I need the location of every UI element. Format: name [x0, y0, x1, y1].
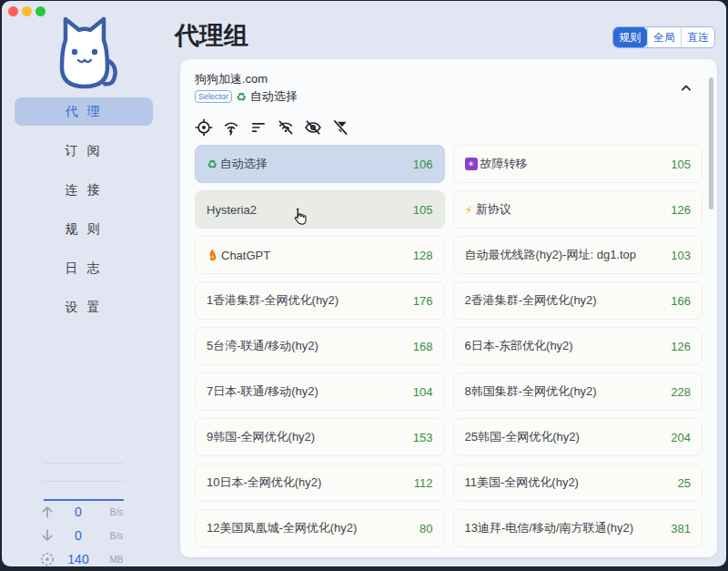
proxy-node[interactable]: 5台湾-联通/移动(hy2) 168: [195, 327, 445, 365]
proxy-node-name: 9韩国-全网优化(hy2): [207, 429, 410, 445]
sidebar-item-0[interactable]: 代 理: [15, 97, 153, 126]
proxy-node-name: ⚡新协议: [465, 201, 668, 218]
sidebar-item-label: 日 志: [66, 260, 103, 277]
mode-button[interactable]: 直连: [681, 27, 714, 47]
mode-button[interactable]: 全局: [647, 27, 681, 47]
proxy-node[interactable]: 13迪拜-电信/移动/南方联通(hy2) 381: [453, 509, 703, 547]
proxy-node-latency: 126: [671, 203, 691, 217]
sidebar-item-label: 设 置: [66, 300, 103, 316]
proxy-node[interactable]: 9韩国-全网优化(hy2) 153: [195, 418, 445, 456]
mode-label: 全局: [653, 30, 675, 46]
sidebar-item-5[interactable]: 设 置: [15, 293, 153, 321]
proxy-node-latency: 103: [671, 249, 691, 262]
proxy-node[interactable]: ♻自动选择 106: [195, 145, 445, 183]
failover-badge-icon: ✶: [465, 158, 478, 170]
sidebar-item-2[interactable]: 连 接: [15, 176, 153, 204]
proxy-node-latency: 128: [413, 249, 433, 262]
proxy-node-name: 25韩国-全网优化(hy2): [465, 429, 668, 445]
proxy-node-name: 5台湾-联通/移动(hy2): [207, 338, 410, 354]
stat-row: 140 MB: [38, 547, 138, 566]
selector-type-badge: Selector: [195, 90, 232, 103]
scrollbar-thumb[interactable]: [709, 77, 713, 209]
cat-logo-icon: [52, 12, 117, 94]
current-selected-node: 自动选择: [250, 88, 298, 105]
wifi-off-icon: [277, 118, 295, 137]
proxy-node[interactable]: ChatGPT 128: [195, 236, 445, 274]
sidebar-item-1[interactable]: 订 阅: [15, 137, 153, 165]
sidebar-item-4[interactable]: 日 志: [15, 254, 153, 282]
proxy-node[interactable]: 12美国凤凰城-全网优化(hy2) 80: [195, 509, 445, 547]
group-meta: Selector ♻ 自动选择: [195, 88, 298, 105]
eye-off-button[interactable]: [304, 118, 322, 137]
arrow-up-icon: [38, 503, 56, 521]
proxy-node-latency: 112: [414, 476, 433, 490]
proxy-node[interactable]: 1香港集群-全网优化(hy2) 176: [195, 281, 445, 320]
proxy-node-latency: 228: [671, 385, 691, 399]
sidebar: 代 理订 阅连 接规 则日 志设 置 0 B/s 0 B/s 140 MB: [2, 1, 166, 566]
proxy-node-name: 12美国凤凰城-全网优化(hy2): [207, 520, 416, 536]
mode-button[interactable]: 规则: [613, 27, 647, 47]
stat-unit: MB: [100, 555, 133, 565]
proxy-node-latency: 153: [413, 431, 433, 444]
proxy-node[interactable]: 自动最优线路(hy2)-网址: dg1.top 103: [453, 236, 703, 274]
wifi-off-button[interactable]: [277, 118, 295, 137]
proxy-node-name: 7日本-联通/移动(hy2): [207, 383, 410, 400]
proxy-node-name: 2香港集群-全网优化(hy2): [465, 292, 668, 309]
proxy-node-name: Hysteria2: [207, 203, 410, 217]
sidebar-item-label: 订 阅: [66, 143, 103, 159]
proxy-node-name: 6日本-东部优化(hy2): [465, 338, 668, 354]
stat-value: 140: [56, 552, 100, 566]
filter-off-button[interactable]: [331, 118, 349, 137]
proxy-node[interactable]: 25韩国-全网优化(hy2) 204: [453, 418, 703, 456]
proxy-node[interactable]: 6日本-东部优化(hy2) 126: [453, 327, 703, 365]
proxy-node[interactable]: ✶故障转移 105: [453, 145, 703, 183]
proxy-node-name: ChatGPT: [207, 249, 410, 262]
recycle-icon: ♻: [236, 91, 247, 103]
proxy-node-latency: 80: [420, 522, 432, 535]
sort-icon: [249, 118, 268, 137]
sidebar-item-label: 代 理: [66, 104, 103, 120]
proxy-node[interactable]: 2香港集群-全网优化(hy2) 166: [453, 281, 703, 320]
proxy-group-card: 狗狗加速.com Selector ♻ 自动选择 ♻自动选择 106 ✶故障转移…: [180, 59, 717, 557]
proxy-node-name: 自动最优线路(hy2)-网址: dg1.top: [465, 247, 668, 263]
sidebar-item-3[interactable]: 规 则: [15, 215, 153, 243]
locate-button[interactable]: [195, 118, 213, 137]
proxy-node-name: 1香港集群-全网优化(hy2): [207, 292, 410, 309]
recycle-icon: ♻: [207, 158, 217, 170]
proxy-node-latency: 105: [671, 158, 691, 171]
proxy-node-latency: 381: [671, 522, 691, 535]
proxy-node-name: ♻自动选择: [207, 156, 410, 172]
stat-row: 0 B/s: [38, 524, 138, 547]
arrow-down-icon: [38, 526, 56, 545]
proxy-node[interactable]: 8韩国集群-全网优化(hy2) 228: [453, 372, 703, 411]
proxy-node[interactable]: ⚡新协议 126: [453, 190, 703, 229]
sort-button[interactable]: [249, 118, 268, 137]
sidebar-item-label: 连 接: [66, 182, 103, 199]
proxy-node-latency: 25: [678, 476, 691, 490]
speed-test-icon: [222, 118, 240, 137]
proxy-node[interactable]: 7日本-联通/移动(hy2) 104: [195, 372, 445, 411]
stat-value: 0: [56, 528, 100, 543]
proxy-node-latency: 104: [413, 385, 433, 399]
collapse-chevron-up-icon[interactable]: [677, 79, 695, 97]
app-window: 代 理订 阅连 接规 则日 志设 置 0 B/s 0 B/s 140 MB 代理…: [2, 1, 726, 566]
mode-switch: 规则全局直连: [612, 26, 715, 48]
speed-test-button[interactable]: [222, 118, 240, 137]
group-toolbar: [195, 118, 349, 137]
proxy-node-name: ✶故障转移: [465, 156, 668, 172]
proxy-node[interactable]: 10日本-全网优化(hy2) 112: [195, 464, 445, 502]
mode-label: 规则: [620, 30, 642, 46]
sidebar-item-label: 规 则: [66, 221, 103, 238]
traffic-sparkline: [44, 463, 124, 501]
stat-unit: B/s: [100, 507, 133, 517]
fire-icon: [207, 249, 218, 261]
proxy-node[interactable]: 11美国-全网优化(hy2) 25: [453, 464, 703, 502]
globe-icon: [38, 550, 56, 566]
stat-row: 0 B/s: [38, 500, 138, 524]
proxy-node-name: 10日本-全网优化(hy2): [207, 474, 410, 491]
locate-icon: [195, 118, 213, 137]
filter-off-icon: [331, 118, 349, 137]
group-name: 狗狗加速.com: [195, 71, 268, 87]
proxy-node[interactable]: Hysteria2 105: [195, 190, 445, 229]
proxy-node-latency: 126: [671, 340, 691, 353]
